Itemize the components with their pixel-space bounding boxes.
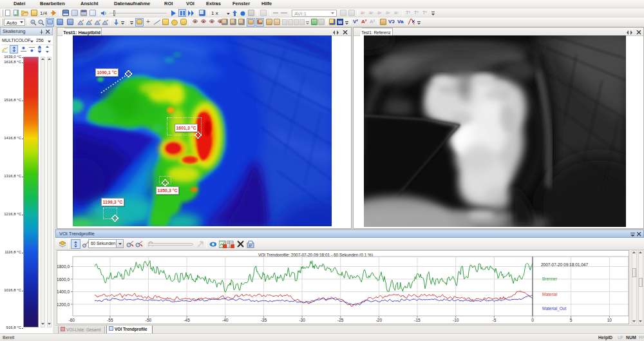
- svg-text:-50: -50: [146, 318, 152, 322]
- svg-text:-15: -15: [414, 318, 421, 322]
- svg-text:2007-07-20 09:18:01,047: 2007-07-20 09:18:01,047: [541, 262, 588, 267]
- svg-text:-10: -10: [453, 318, 459, 322]
- svg-text:-20: -20: [376, 318, 383, 322]
- svg-text:-60: -60: [68, 318, 75, 322]
- svg-text:1200,0: 1200,0: [57, 302, 70, 307]
- svg-text:-40: -40: [222, 318, 229, 322]
- svg-text:-25: -25: [337, 318, 344, 322]
- svg-text:5: 5: [570, 318, 573, 322]
- svg-text:-45: -45: [184, 318, 190, 322]
- svg-text:10: 10: [607, 318, 612, 322]
- svg-text:1800,0: 1800,0: [57, 264, 70, 269]
- svg-text:Material_Out: Material_Out: [542, 306, 566, 311]
- svg-text:0: 0: [531, 318, 534, 322]
- svg-text:-30: -30: [299, 318, 305, 322]
- svg-text:-5: -5: [493, 318, 497, 322]
- svg-text:1600,0: 1600,0: [57, 277, 70, 282]
- svg-text:Brenner: Brenner: [542, 277, 558, 281]
- svg-text:+: +: [32, 20, 34, 24]
- svg-text:1400,0: 1400,0: [57, 289, 70, 294]
- svg-text:Material: Material: [542, 292, 558, 297]
- svg-text:-55: -55: [107, 318, 113, 322]
- svg-text:-: -: [39, 20, 41, 24]
- svg-text:-35: -35: [261, 318, 267, 322]
